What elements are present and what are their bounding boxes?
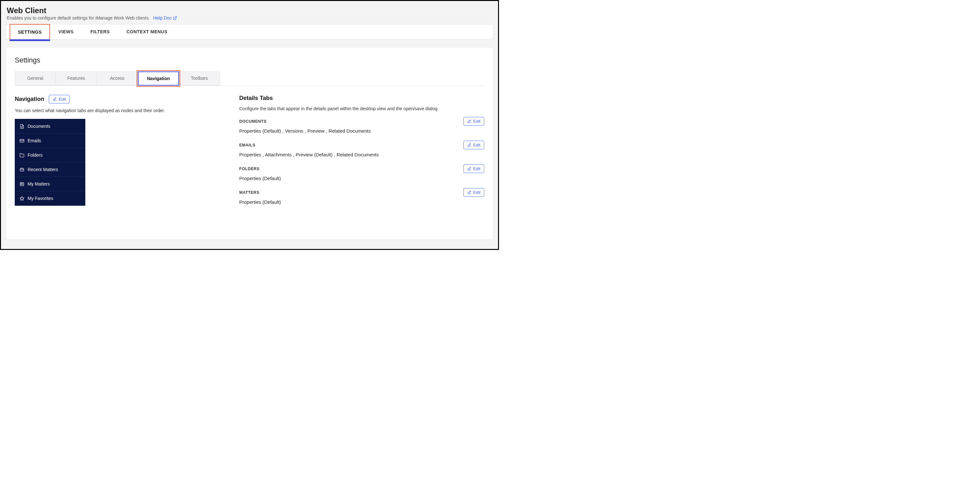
- navigation-instruction: You can select what navigation tabs are …: [15, 108, 220, 113]
- detail-label-matters: MATTERS: [239, 190, 259, 195]
- detail-label-emails: EMAILS: [239, 143, 255, 147]
- detail-head: FOLDERS Edit: [239, 164, 484, 173]
- matters-edit-button[interactable]: Edit: [463, 188, 484, 197]
- folder-icon: [19, 153, 24, 158]
- nav-item-recent-matters[interactable]: Recent Matters: [15, 162, 85, 177]
- subtab-toolbars[interactable]: Toolbars: [179, 71, 220, 86]
- navigation-title: Navigation: [15, 96, 44, 103]
- external-link-icon: [173, 16, 177, 20]
- help-doc-label: Help Doc: [153, 15, 172, 21]
- detail-content-emails: Properties , Attachments , Preview (Defa…: [239, 152, 484, 157]
- nav-item-my-favorites[interactable]: My Favorites: [15, 191, 85, 205]
- page-header: Web Client Enables you to configure defa…: [1, 1, 498, 24]
- tab-views[interactable]: VIEWS: [50, 24, 82, 39]
- edit-label: Edit: [473, 190, 480, 195]
- nav-item-folders[interactable]: Folders: [15, 148, 85, 162]
- detail-content-folders: Properties (Default): [239, 176, 484, 181]
- details-column: Details Tabs Configure the tabs that app…: [239, 95, 484, 212]
- subtab-features[interactable]: Features: [56, 71, 97, 86]
- document-icon: [19, 124, 24, 129]
- navigation-column: Navigation Edit You can select what navi…: [15, 95, 220, 212]
- detail-head: EMAILS Edit: [239, 141, 484, 149]
- page-title: Web Client: [7, 6, 492, 15]
- nav-item-documents[interactable]: Documents: [15, 119, 85, 134]
- svg-line-0: [175, 16, 177, 18]
- subtab-general[interactable]: General: [15, 71, 56, 86]
- detail-label-folders: FOLDERS: [239, 166, 259, 171]
- primary-tabs-container: SETTINGS VIEWS FILTERS CONTEXT MENUS: [5, 24, 493, 40]
- svg-rect-7: [21, 183, 22, 185]
- edit-label: Edit: [473, 166, 480, 171]
- app-frame: Web Client Enables you to configure defa…: [0, 0, 499, 250]
- nav-item-label: Emails: [27, 138, 41, 143]
- mail-icon: [19, 138, 24, 143]
- navigation-list: Documents Emails Folders Recent Matters: [15, 119, 85, 206]
- details-tabs-title: Details Tabs: [239, 95, 484, 101]
- edit-label: Edit: [473, 119, 480, 124]
- folders-edit-button[interactable]: Edit: [463, 164, 484, 173]
- pencil-icon: [467, 166, 471, 171]
- settings-panel: Settings General Features Access Navigat…: [5, 48, 493, 240]
- edit-label: Edit: [473, 143, 480, 147]
- help-doc-link[interactable]: Help Doc: [153, 15, 177, 21]
- pencil-icon: [467, 119, 471, 124]
- detail-block-matters: MATTERS Edit Properties (Default): [239, 188, 484, 205]
- nav-item-label: Folders: [27, 152, 43, 158]
- content-columns: Navigation Edit You can select what navi…: [15, 95, 484, 212]
- recent-icon: [19, 167, 24, 172]
- subtab-navigation[interactable]: Navigation: [138, 71, 179, 86]
- documents-edit-button[interactable]: Edit: [463, 117, 484, 125]
- detail-content-documents: Properties (Default) , Versions , Previe…: [239, 128, 484, 134]
- panel-heading: Settings: [15, 56, 484, 64]
- navigation-edit-button[interactable]: Edit: [49, 95, 70, 103]
- detail-block-documents: DOCUMENTS Edit Properties (Default) , Ve…: [239, 117, 484, 134]
- subtab-access[interactable]: Access: [97, 71, 138, 86]
- tab-filters[interactable]: FILTERS: [82, 24, 118, 39]
- svg-marker-10: [20, 196, 24, 200]
- nav-item-label: My Matters: [27, 181, 50, 187]
- pencil-icon: [52, 97, 57, 101]
- nav-item-label: Documents: [27, 124, 50, 129]
- detail-content-matters: Properties (Default): [239, 199, 484, 205]
- nav-item-my-matters[interactable]: My Matters: [15, 177, 85, 191]
- detail-head: MATTERS Edit: [239, 188, 484, 197]
- emails-edit-button[interactable]: Edit: [463, 141, 484, 149]
- detail-block-emails: EMAILS Edit Properties , Attachments , P…: [239, 141, 484, 157]
- page-subtitle: Enables you to configure default setting…: [7, 15, 150, 21]
- page-subtitle-row: Enables you to configure default setting…: [7, 15, 492, 21]
- detail-head: DOCUMENTS Edit: [239, 117, 484, 125]
- detail-label-documents: DOCUMENTS: [239, 119, 266, 124]
- settings-subtabs: General Features Access Navigation Toolb…: [15, 71, 484, 86]
- star-icon: [19, 196, 24, 201]
- nav-item-emails[interactable]: Emails: [15, 134, 85, 148]
- pencil-icon: [467, 190, 471, 195]
- tab-context-menus[interactable]: CONTEXT MENUS: [118, 24, 176, 39]
- primary-tabs: SETTINGS VIEWS FILTERS CONTEXT MENUS: [6, 24, 493, 39]
- details-instruction: Configure the tabs that appear in the de…: [239, 106, 484, 111]
- my-matters-icon: [19, 182, 24, 187]
- navigation-section-header: Navigation Edit: [15, 95, 220, 103]
- nav-item-label: Recent Matters: [27, 167, 58, 172]
- nav-item-label: My Favorites: [27, 196, 53, 201]
- tab-settings[interactable]: SETTINGS: [10, 24, 50, 39]
- detail-block-folders: FOLDERS Edit Properties (Default): [239, 164, 484, 181]
- navigation-edit-label: Edit: [59, 97, 66, 101]
- pencil-icon: [467, 143, 471, 147]
